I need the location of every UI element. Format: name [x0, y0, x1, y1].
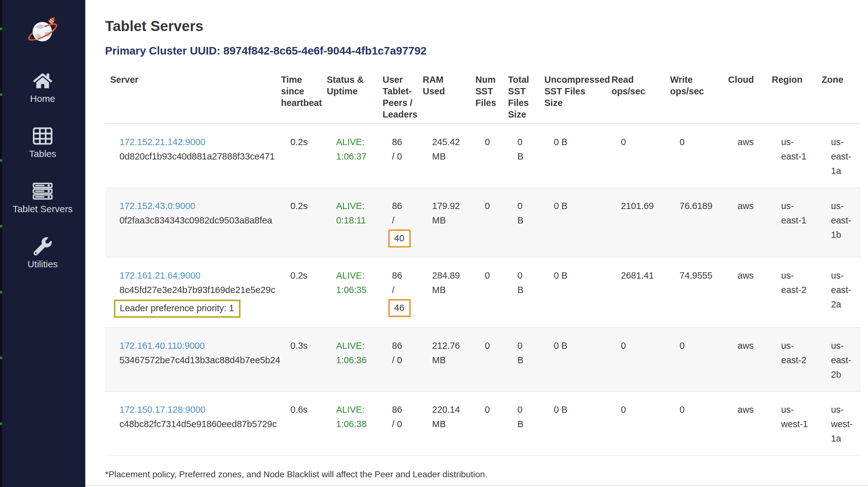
uncompressed-sst-cell: 0 B: [539, 327, 607, 391]
sidebar-item-home[interactable]: Home: [12, 71, 73, 104]
region-cell: us-east-1: [767, 188, 816, 257]
home-icon: [32, 71, 53, 90]
tablet-servers-page: Home Tables: [0, 0, 868, 487]
table-row: 172.152.43.0:9000 0f2faa3c834343c0982dc9…: [105, 188, 861, 257]
table-row: 172.152.21.142:9000 0d820cf1b93c40d881a2…: [105, 124, 861, 188]
uptime-text: 1:06:35: [336, 283, 374, 297]
write-ops-cell: 0: [665, 327, 723, 391]
sidebar-item-utilities[interactable]: Utilities: [12, 237, 73, 269]
server-link[interactable]: 172.152.43.0:9000: [120, 201, 195, 211]
wrench-icon: [32, 237, 53, 256]
cloud-cell: aws: [723, 391, 767, 455]
write-ops-cell: 0: [665, 391, 723, 455]
cloud-cell: aws: [723, 124, 767, 188]
peers-leaders-separator: /: [392, 213, 414, 228]
uptime-text: 1:06:37: [336, 149, 374, 164]
uncompressed-sst-cell: 0 B: [539, 124, 607, 188]
status-text: ALIVE:: [336, 338, 374, 353]
sidebar-item-tablet-servers[interactable]: Tablet Servers: [12, 182, 73, 214]
ram-cell: 284.89 MB: [418, 257, 470, 327]
leaders-highlight-box: 46: [388, 299, 411, 317]
main-content: Tablet Servers Primary Cluster UUID: 897…: [85, 0, 868, 487]
table-row: 172.150.17.128:9000 c48bc82fc7314d5e9186…: [105, 391, 861, 455]
heartbeat-cell: 0.2s: [276, 124, 322, 188]
uptime-text: 1:06:38: [336, 417, 374, 431]
sidebar-item-label: Home: [30, 93, 55, 104]
read-ops-cell: 2681.41: [607, 257, 665, 327]
status-cell: ALIVE: 1:06:38: [322, 391, 377, 455]
col-read-ops: Read ops/sec: [607, 68, 665, 124]
num-sst-cell: 0: [470, 327, 503, 391]
col-status-uptime: Status & Uptime: [322, 68, 377, 124]
leaders-count: / 0: [392, 417, 414, 431]
cloud-cell: aws: [723, 257, 767, 327]
read-ops-cell: 0: [607, 124, 665, 188]
col-ram: RAM Used: [418, 68, 470, 124]
zone-cell: us-east-1a: [816, 124, 861, 188]
server-link[interactable]: 172.152.21.142:9000: [120, 137, 206, 147]
write-ops-cell: 76.6189: [665, 188, 723, 257]
heartbeat-cell: 0.3s: [276, 327, 322, 391]
status-cell: ALIVE: 1:06:36: [322, 327, 377, 391]
col-uncompressed-sst: Uncompressed SST Files Size: [539, 68, 607, 124]
tables-grid-icon: [32, 127, 53, 145]
server-uuid: 0f2faa3c834343c0982dc9503a8a8fea: [120, 213, 273, 228]
num-sst-cell: 0: [470, 188, 503, 257]
sidebar-nav: Home Tables: [12, 71, 73, 269]
col-zone: Zone: [816, 68, 861, 124]
col-heartbeat: Time since heartbeat: [276, 68, 322, 124]
heartbeat-cell: 0.2s: [276, 188, 322, 257]
peers-leaders-separator: /: [392, 283, 414, 297]
zone-cell: us-east-2a: [816, 257, 861, 327]
read-ops-cell: 2101.69: [607, 188, 665, 257]
write-ops-cell: 74.9555: [665, 257, 723, 327]
status-text: ALIVE:: [336, 199, 374, 213]
zone-cell: us-east-2b: [816, 327, 861, 391]
zone-cell: us-east-1b: [816, 188, 861, 257]
screen-edge-strip: [0, 0, 2, 487]
uptime-text: 0:18:11: [336, 213, 374, 228]
planet-rocket-logo: [27, 16, 58, 47]
uncompressed-sst-cell: 0 B: [539, 391, 607, 455]
col-cloud: Cloud: [723, 68, 767, 124]
total-sst-cell: 0 B: [503, 391, 539, 455]
server-link[interactable]: 172.150.17.128:9000: [120, 404, 206, 415]
status-cell: ALIVE: 0:18:11: [322, 188, 377, 257]
col-server: Server: [105, 68, 276, 124]
status-cell: ALIVE: 1:06:35: [322, 257, 377, 327]
uptime-text: 1:06:36: [336, 353, 374, 367]
num-sst-cell: 0: [470, 391, 503, 455]
num-sst-cell: 0: [470, 257, 503, 327]
peers-leaders-cell: 86 / 0: [377, 327, 418, 391]
write-ops-cell: 0: [665, 124, 723, 188]
leaders-count: 40: [394, 233, 404, 243]
table-header-row: Server Time since heartbeat Status & Upt…: [105, 68, 861, 124]
server-cell: 172.161.40.110:9000 53467572be7c4d13b3ac…: [105, 327, 276, 391]
col-total-sst: Total SST Files Size: [503, 68, 539, 124]
read-ops-cell: 0: [607, 327, 665, 391]
leaders-highlight-box: 40: [388, 229, 411, 248]
server-cell: 172.152.43.0:9000 0f2faa3c834343c0982dc9…: [105, 188, 276, 257]
table-row: 172.161.21.64:9000 8c45fd27e3e24b7b93f16…: [105, 257, 861, 327]
yugabyte-logo[interactable]: [27, 16, 58, 47]
region-cell: us-east-2: [767, 257, 816, 327]
sidebar-item-tables[interactable]: Tables: [12, 127, 73, 159]
server-uuid: 8c45fd27e3e24b7b93f169de21e5e29c: [120, 283, 273, 297]
peers-count: 86: [392, 268, 414, 283]
primary-cluster-uuid: Primary Cluster UUID: 8974f842-8c65-4e6f…: [105, 44, 861, 58]
server-link[interactable]: 172.161.40.110:9000: [120, 340, 205, 351]
server-uuid: c48bc82fc7314d5e91860eed87b5729c: [120, 417, 273, 431]
sidebar-item-label: Tables: [29, 149, 57, 159]
heartbeat-cell: 0.6s: [276, 391, 322, 455]
leaders-count: 46: [394, 303, 404, 313]
region-cell: us-west-1: [767, 391, 816, 455]
ram-cell: 212.76 MB: [418, 327, 470, 391]
table-row: 172.161.40.110:9000 53467572be7c4d13b3ac…: [105, 327, 861, 391]
server-stack-icon: [32, 182, 53, 201]
leader-preference-badge: Leader preference priority: 1: [114, 300, 241, 318]
server-link[interactable]: 172.161.21.64:9000: [120, 270, 200, 281]
status-text: ALIVE:: [336, 135, 374, 149]
ram-cell: 220.14 MB: [418, 391, 470, 455]
peers-count: 86: [392, 402, 414, 417]
peers-count: 86: [392, 135, 414, 149]
